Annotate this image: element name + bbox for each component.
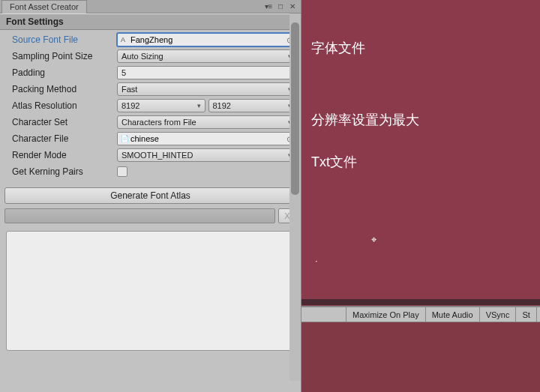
label-render-mode: Render Mode <box>4 150 117 160</box>
maximize-icon[interactable]: □ <box>275 2 286 11</box>
label-character-file: Character File <box>4 133 117 144</box>
font-icon: A <box>121 36 128 43</box>
close-icon[interactable]: ✕ <box>287 2 298 11</box>
label-packing-method: Packing Method <box>4 84 117 94</box>
progress-area: X <box>4 205 296 226</box>
row-padding: Padding <box>4 64 296 81</box>
character-set-dropdown[interactable]: Characters from File <box>117 115 296 129</box>
label-padding: Padding <box>4 67 117 78</box>
row-render-mode: Render Mode SMOOTH_HINTED <box>4 147 296 163</box>
kerning-checkbox[interactable] <box>117 166 128 177</box>
window-buttons: ▾≡ □ ✕ <box>263 2 301 11</box>
label-sampling-size: Sampling Point Size <box>4 51 117 61</box>
section-header: Font Settings <box>0 13 301 30</box>
atlas-height-dropdown[interactable]: 8192 <box>208 99 297 112</box>
row-character-set: Character Set Characters from File <box>4 114 296 130</box>
row-packing-method: Packing Method Fast <box>4 81 296 97</box>
annotation-txt-file: Txt文件 <box>311 153 357 171</box>
row-source-font: Source Font File A FangZheng ⊙ <box>4 31 296 48</box>
label-character-set: Character Set <box>4 117 117 127</box>
source-font-value: FangZheng <box>130 35 172 44</box>
atlas-width-dropdown[interactable]: 8192 <box>117 99 206 112</box>
source-font-field[interactable]: A FangZheng ⊙ <box>117 33 296 46</box>
scrollbar-thumb[interactable] <box>291 22 299 195</box>
row-sampling-size: Sampling Point Size Auto Sizing <box>4 48 296 64</box>
vsync-button[interactable]: VSync <box>480 307 517 322</box>
label-atlas-resolution: Atlas Resolution <box>4 100 117 111</box>
row-atlas-resolution: Atlas Resolution 8192 8192 <box>4 97 296 114</box>
annotation-font-file: 字体文件 <box>311 39 365 57</box>
tab-font-asset-creator[interactable]: Font Asset Creator <box>2 0 87 13</box>
separator-bar <box>302 299 540 305</box>
output-box <box>6 231 295 351</box>
label-source-font: Source Font File <box>4 34 117 45</box>
generate-button[interactable]: Generate Font Atlas <box>4 187 296 204</box>
settings-form: Source Font File A FangZheng ⊙ Sampling … <box>0 30 301 357</box>
sampling-size-dropdown[interactable]: Auto Sizing <box>117 49 296 63</box>
progress-bar <box>4 208 275 223</box>
dot-icon: · <box>315 255 318 266</box>
cursor-icon: ⌖ <box>371 234 376 246</box>
game-toolbar: Maximize On Play Mute Audio VSync St <box>302 306 540 322</box>
toolbar-lead <box>302 307 346 322</box>
maximize-on-play-button[interactable]: Maximize On Play <box>346 307 426 322</box>
packing-method-dropdown[interactable]: Fast <box>117 82 296 96</box>
padding-input[interactable] <box>117 66 296 79</box>
scrollbar[interactable] <box>290 13 301 381</box>
text-asset-icon: 📄 <box>121 135 128 142</box>
game-view <box>302 322 540 392</box>
mute-audio-button[interactable]: Mute Audio <box>426 307 480 322</box>
tab-bar: Font Asset Creator ▾≡ □ ✕ <box>0 0 301 13</box>
annotation-resolution: 分辨率设置为最大 <box>311 111 419 129</box>
character-file-value: chinese <box>130 134 159 143</box>
font-asset-creator-panel: Font Asset Creator ▾≡ □ ✕ Font Settings … <box>0 0 302 392</box>
stats-button[interactable]: St <box>516 307 536 322</box>
label-kerning: Get Kerning Pairs <box>4 166 117 177</box>
row-character-file: Character File 📄 chinese ⊙ <box>4 130 296 147</box>
context-menu-icon[interactable]: ▾≡ <box>263 2 274 11</box>
row-kerning: Get Kerning Pairs <box>4 163 296 180</box>
character-file-field[interactable]: 📄 chinese ⊙ <box>117 132 296 145</box>
render-mode-dropdown[interactable]: SMOOTH_HINTED <box>117 148 296 162</box>
